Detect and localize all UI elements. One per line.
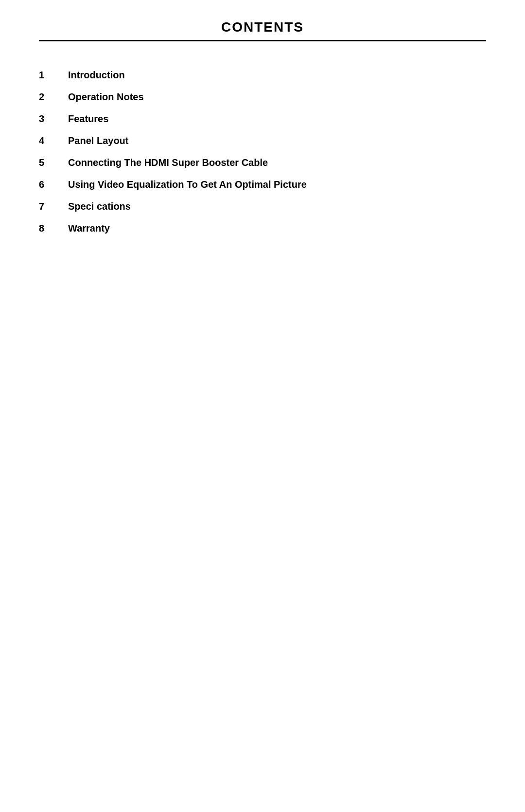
toc-number: 3 [39,113,68,125]
toc-label: Speci cations [68,201,131,212]
toc-number: 6 [39,179,68,190]
title-divider [39,40,486,41]
toc-item: 7Speci cations [39,201,486,212]
toc-label: Using Video Equalization To Get An Optim… [68,179,307,190]
toc-item: 6Using Video Equalization To Get An Opti… [39,179,486,190]
toc-label: Operation Notes [68,91,144,103]
page-title: CONTENTS [39,19,486,35]
toc-item: 5Connecting The HDMI Super Booster Cable [39,157,486,168]
toc-label: Features [68,113,108,125]
toc-item: 2Operation Notes [39,91,486,103]
toc-label: Panel Layout [68,135,128,146]
toc-label: Connecting The HDMI Super Booster Cable [68,157,268,168]
toc-label: Warranty [68,223,110,234]
toc-number: 5 [39,157,68,168]
title-section: CONTENTS [39,19,486,65]
toc-item: 1Introduction [39,70,486,81]
toc-item: 8Warranty [39,223,486,234]
toc-list: 1Introduction2Operation Notes3Features4P… [39,70,486,234]
toc-item: 4Panel Layout [39,135,486,146]
toc-number: 1 [39,70,68,81]
toc-number: 2 [39,91,68,103]
toc-item: 3Features [39,113,486,125]
toc-number: 7 [39,201,68,212]
toc-label: Introduction [68,70,125,81]
toc-number: 8 [39,223,68,234]
toc-number: 4 [39,135,68,146]
page: CONTENTS 1Introduction2Operation Notes3F… [0,0,525,812]
